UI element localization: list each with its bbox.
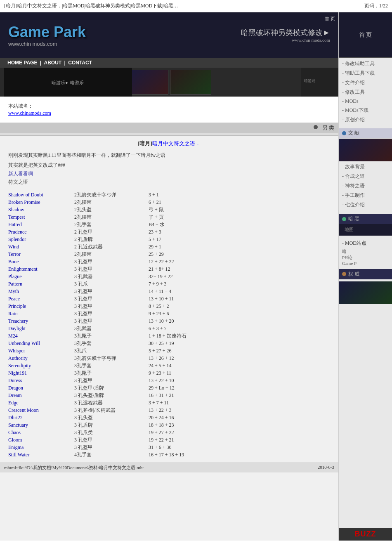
page-info: 页码，1/22 — [364, 2, 388, 9]
article-note2[interactable]: 新人看看啊 — [8, 170, 330, 178]
item-name[interactable]: Principle — [8, 302, 74, 310]
sidebar-wenxian-link[interactable]: - 神符之语 — [339, 181, 392, 191]
item-stats: 32+ 19 + 22 — [149, 273, 173, 280]
sidebar-top-link[interactable]: - 原创介绍 — [339, 115, 392, 125]
sidebar-top-link[interactable]: - MODs — [339, 97, 392, 106]
item-type: 3 孔盔甲 — [74, 377, 149, 384]
svg-point-3 — [314, 125, 318, 129]
sidebar-top-link[interactable]: - 修改工具 — [339, 87, 392, 97]
item-name[interactable]: Dliri22 — [8, 414, 74, 421]
item-name[interactable]: Pattern — [8, 280, 74, 288]
table-row: Serendipity3孔手套24 + 5 + 14 — [8, 362, 330, 369]
sidebar-top-link[interactable]: - MODs下载 — [339, 106, 392, 115]
table-row: Authority3孔箭矢或十字弓弹13 + 26 + 12 — [8, 354, 330, 362]
logo-sub: www.chin mods.com — [8, 41, 86, 47]
item-name[interactable]: Treachery — [8, 317, 74, 325]
item-type: 2孔腰带 — [74, 213, 149, 221]
domain-link[interactable]: www.chinamods.com — [8, 110, 51, 116]
item-name[interactable]: Chaos — [8, 429, 74, 436]
item-type: 3 孔远程武器 — [74, 399, 149, 406]
sidebar-top-link[interactable]: - 辅助工具下载 — [339, 68, 392, 78]
item-type: 2 孔盾牌 — [74, 236, 149, 243]
item-name[interactable]: Duress — [8, 377, 74, 384]
nav-about[interactable]: ABOUT — [44, 60, 62, 66]
item-stats: 3 + 1 — [149, 191, 159, 198]
sidebar-anhei-content: - 地图 — [339, 224, 392, 236]
item-name[interactable]: Enlightenment — [8, 265, 74, 273]
item-name[interactable]: Dragon — [8, 384, 74, 392]
item-name[interactable]: Peace — [8, 295, 74, 302]
header-banner: Game Park www.chin mods.com 暗黑破坏神另类模式修改►… — [0, 12, 338, 58]
article-intro: 刚刚发现其实暗黑1.11里面有些和暗月不一样，就翻译了一下暗月fw之语 — [8, 151, 330, 159]
sidebar-auth-title: 权 威 — [339, 269, 392, 279]
item-name[interactable]: Authority — [8, 354, 74, 362]
item-name[interactable]: Hatred — [8, 221, 74, 228]
item-name[interactable]: Prudence — [8, 228, 74, 236]
item-stats: 8 + 25 + 2 — [149, 302, 169, 310]
nav-home[interactable]: HOME PAGE — [7, 60, 37, 66]
table-row: Broken Promise2孔腰带6 + 21 — [8, 198, 330, 206]
sidebar-wenxian-link[interactable]: - 七位介绍 — [339, 200, 392, 210]
table-row: Dream3 孔头盔/盾牌16 + 31 + 21 — [8, 392, 330, 399]
item-stats: B4 + 水 — [149, 221, 165, 228]
item-name[interactable]: Dream — [8, 392, 74, 399]
home-button[interactable]: 首 页 — [325, 16, 335, 22]
breadcrumb: [暗月]暗月中文符文之语．|暗黑MOD|暗黑破坏神另类模式|暗黑MOD下载|暗黑… — [4, 2, 178, 9]
site-info: 本站域名： www.chinamods.com — [0, 97, 338, 123]
table-row: Enlightenment3 孔盔甲21 + 8+ 12 — [8, 265, 330, 273]
article-note3: 符文之语 — [8, 178, 330, 186]
table-row: M243孔靴子1 + 18 + 加速符石 — [8, 332, 330, 340]
sidebar-wenxian-link[interactable]: - 故事背景 — [339, 162, 392, 172]
item-name[interactable]: Rain — [8, 310, 74, 317]
item-name[interactable]: Enigma — [8, 444, 74, 451]
item-name[interactable]: Night191 — [8, 369, 74, 377]
sidebar-anhei-section: 暗 黑 - 地图 — [339, 214, 392, 236]
top-bar: [暗月]暗月中文符文之语．|暗黑MOD|暗黑破坏神另类模式|暗黑MOD下载|暗黑… — [0, 0, 392, 12]
image-icon-left: 暗游乐● 暗游乐 — [50, 74, 87, 90]
item-name[interactable]: Serendipity — [8, 362, 74, 369]
item-stats: 13 + 10 + 20 — [149, 317, 174, 325]
item-name[interactable]: Bone — [8, 258, 74, 265]
item-name[interactable]: Shadow — [8, 206, 74, 213]
sidebar-wenxian-section: 文 献 - 故事背景- 合成之道- 神符之语- 手工制作- 七位介绍 — [339, 126, 392, 212]
item-name[interactable]: Splendor — [8, 236, 74, 243]
item-name[interactable]: Shadow of Doubt — [8, 191, 74, 198]
title-main: 暗月中文符文之语． — [152, 140, 201, 146]
item-name[interactable]: Still Water — [8, 451, 74, 458]
item-name[interactable]: Tempest — [8, 213, 74, 221]
item-name[interactable]: Gloom — [8, 436, 74, 444]
sidebar-mod-title: - MOD站点 — [339, 239, 392, 248]
center-images — [127, 70, 211, 94]
item-type: 3 孔盔甲/盾牌 — [74, 384, 149, 392]
nav-contact[interactable]: CONTACT — [68, 60, 92, 66]
item-name[interactable]: Sanctuary — [8, 421, 74, 429]
sidebar-header: 首 页 — [339, 12, 392, 58]
item-name[interactable]: Unbending Will — [8, 340, 74, 347]
item-name[interactable]: M24 — [8, 332, 74, 340]
table-row: Whisper3孔爪5 + 27 + 26 — [8, 347, 330, 354]
buzz-label: BUZZ — [355, 530, 376, 538]
item-name[interactable]: Myth — [8, 288, 74, 295]
item-type: 4孔手套 — [74, 451, 149, 458]
sidebar-top-link[interactable]: - 修改辅助工具 — [339, 59, 392, 68]
item-type: 3 孔盔甲 — [74, 302, 149, 310]
table-row: Plague3 孔武器32+ 19 + 22 — [8, 273, 330, 280]
item-name[interactable]: Wind — [8, 243, 74, 250]
item-name[interactable]: Crescent Moon — [8, 406, 74, 414]
item-name[interactable]: Whisper — [8, 347, 74, 354]
item-stats: 5 + 27 + 26 — [149, 347, 172, 354]
item-type: 3 孔爪类 — [74, 429, 149, 436]
item-name[interactable]: Terror — [8, 250, 74, 258]
item-stats: 13 + 22 + 10 — [149, 377, 174, 384]
anhei-link-map[interactable]: - 地图 — [342, 226, 389, 234]
sidebar-top-link[interactable]: - 文件介绍 — [339, 78, 392, 87]
item-name[interactable]: Daylight — [8, 325, 74, 332]
table-row: Pattern3 孔爪7 + 9 + 3 — [8, 280, 330, 288]
sidebar-wenxian-link[interactable]: - 合成之道 — [339, 172, 392, 181]
item-stats: 18 + 18 + 23 — [149, 421, 174, 429]
item-name[interactable]: Plague — [8, 273, 74, 280]
logo-right-sub: www.chin mods.com — [241, 38, 330, 43]
item-name[interactable]: Broken Promise — [8, 198, 74, 206]
item-name[interactable]: Edge — [8, 399, 74, 406]
sidebar-wenxian-link[interactable]: - 手工制作 — [339, 191, 392, 200]
